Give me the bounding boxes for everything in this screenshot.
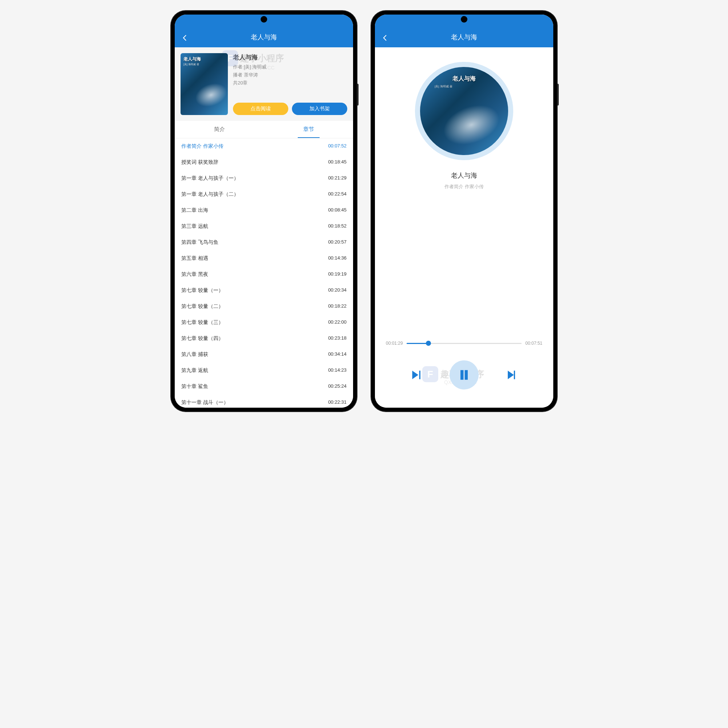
chapter-name: 第一章 老人与孩子（二） [181,191,239,198]
chapter-name: 第七章 较量（三） [181,319,223,326]
chapter-count: 共20章 [233,80,347,86]
chapter-row[interactable]: 第八章 捕获00:34:14 [175,347,353,362]
camera-cutout [461,16,467,23]
chapter-name: 第二章 出海 [181,207,208,214]
narrator-line: 播者 茶华涛 [233,72,347,78]
total-time: 00:07:51 [525,341,542,346]
previous-button[interactable] [410,368,424,382]
chapter-duration: 00:23:18 [328,335,347,342]
chapter-name: 第九章 返航 [181,367,208,374]
chapter-name: 第十一章 战斗（一） [181,399,229,406]
chapter-duration: 00:19:19 [328,271,347,278]
book-meta: 老人与海 作者 [美] 海明威 播者 茶华涛 共20章 点击阅读 加入书架 [233,53,347,115]
chapter-duration: 00:22:54 [328,191,347,198]
album-art: 老人与海 [美] 海明威 著 [415,62,513,160]
player-subtitle: 作者简介 作家小传 [444,184,484,190]
chapter-duration: 00:25:24 [328,383,347,390]
current-time: 00:01:29 [386,341,403,346]
chapter-name: 作者简介 作家小传 [181,143,223,150]
progress-thumb[interactable] [426,341,431,346]
chapter-duration: 00:18:22 [328,303,347,310]
book-cover[interactable]: 老人与海 [美] 海明威 著 [180,53,228,115]
chapter-row[interactable]: 第七章 较量（四）00:23:18 [175,330,353,347]
chapter-name: 第七章 较量（四） [181,335,223,342]
pause-button[interactable] [450,360,479,390]
chapter-duration: 00:07:52 [328,143,347,150]
chapter-name: 第十章 鲨鱼 [181,383,208,390]
chapter-row[interactable]: 第四章 飞鸟与鱼00:20:57 [175,234,353,251]
header-title: 老人与海 [382,33,546,41]
chapter-row[interactable]: 第一章 老人与孩子（一）00:21:29 [175,170,353,187]
album-title-overlay: 老人与海 [453,75,476,83]
book-title: 老人与海 [233,53,347,61]
chapter-duration: 00:14:23 [328,367,347,374]
screen-right: 老人与海 老人与海 [美] 海明威 著 老人与海 作者简介 作家小传 00:01… [375,15,553,408]
chapter-row[interactable]: 第二章 出海00:08:45 [175,202,353,219]
chapter-name: 第一章 老人与孩子（一） [181,175,239,182]
back-icon[interactable] [181,34,188,41]
chapter-name: 第六章 黑夜 [181,271,208,278]
chapter-duration: 00:34:14 [328,351,347,358]
cover-title: 老人与海 [184,56,201,62]
add-shelf-button[interactable]: 加入书架 [292,102,347,115]
player-controls [386,360,542,390]
chapter-list[interactable]: 作者简介 作家小传00:07:52授奖词 获奖致辞00:18:45第一章 老人与… [175,138,353,408]
camera-cutout [261,16,267,23]
phone-frame-right: 老人与海 老人与海 [美] 海明威 著 老人与海 作者简介 作家小传 00:01… [371,11,557,411]
chapter-row[interactable]: 第三章 远航00:18:52 [175,219,353,234]
chapter-name: 第三章 远航 [181,223,208,230]
chapter-row[interactable]: 第七章 较量（三）00:22:00 [175,315,353,330]
chapter-row[interactable]: 授奖词 获奖致辞00:18:45 [175,154,353,170]
phone-frame-left: 老人与海 F趣享小程序 QX.OOVC.CC 老人与海 [美] 海明威 著 老人… [171,11,357,411]
chapter-duration: 00:08:45 [328,207,347,214]
chapter-name: 第五章 相遇 [181,255,208,262]
header-title: 老人与海 [182,33,346,41]
chapter-duration: 00:14:36 [328,255,347,262]
chapter-name: 第七章 较量（一） [181,287,223,294]
player-title: 老人与海 [451,171,477,180]
chapter-row[interactable]: 第十一章 战斗（一）00:22:31 [175,395,353,408]
chapter-name: 第四章 飞鸟与鱼 [181,239,219,246]
chapter-duration: 00:20:57 [328,239,347,246]
book-info-section: F趣享小程序 QX.OOVC.CC 老人与海 [美] 海明威 著 老人与海 作者… [175,47,353,121]
chapter-duration: 00:22:00 [328,319,347,326]
progress-fill [407,343,428,344]
chapter-row[interactable]: 第七章 较量（一）00:20:34 [175,283,353,298]
author-line: 作者 [美] 海明威 [233,64,347,70]
chapter-row[interactable]: 第十章 鲨鱼00:25:24 [175,379,353,395]
screen-left: 老人与海 F趣享小程序 QX.OOVC.CC 老人与海 [美] 海明威 著 老人… [175,15,353,408]
progress-bar[interactable] [407,343,522,344]
chapter-duration: 00:18:45 [328,159,347,166]
next-button[interactable] [504,368,519,382]
progress-section: 00:01:29 00:07:51 [386,341,542,346]
chapter-row[interactable]: 第七章 较量（二）00:18:22 [175,298,353,315]
chapter-row[interactable]: 第六章 黑夜00:19:19 [175,266,353,283]
chapter-row[interactable]: 第一章 老人与孩子（二）00:22:54 [175,187,353,202]
chapter-name: 第八章 捕获 [181,351,208,358]
cover-subtitle: [美] 海明威 著 [184,63,199,66]
chapter-row[interactable]: 第五章 相遇00:14:36 [175,251,353,266]
chapter-row[interactable]: 作者简介 作家小传00:07:52 [175,138,353,154]
tab-intro[interactable]: 简介 [175,121,264,138]
chapter-duration: 00:18:52 [328,223,347,230]
player-body: 老人与海 [美] 海明威 著 老人与海 作者简介 作家小传 00:01:29 0… [375,47,553,408]
chapter-duration: 00:21:29 [328,175,347,182]
tab-chapters[interactable]: 章节 [264,121,353,138]
back-icon[interactable] [381,34,389,41]
album-sub-overlay: [美] 海明威 著 [434,84,453,89]
tabs: 简介 章节 [175,121,353,138]
chapter-row[interactable]: 第九章 返航00:14:23 [175,362,353,379]
read-button[interactable]: 点击阅读 [233,102,288,115]
chapter-name: 第七章 较量（二） [181,303,223,310]
chapter-name: 授奖词 获奖致辞 [181,159,219,166]
chapter-duration: 00:20:34 [328,287,347,294]
chapter-duration: 00:22:31 [328,399,347,406]
